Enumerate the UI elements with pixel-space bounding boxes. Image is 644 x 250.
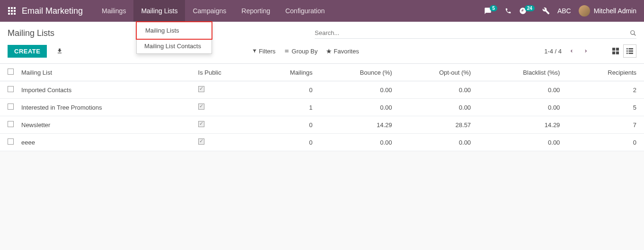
svg-rect-5 — [14, 10, 16, 12]
select-all-checkbox[interactable] — [8, 69, 14, 75]
messaging-icon[interactable]: 5 — [484, 7, 497, 15]
cell-recipients: 7 — [564, 116, 644, 134]
search-box[interactable] — [315, 27, 636, 39]
funnel-icon — [252, 49, 257, 53]
kanban-icon — [612, 48, 619, 54]
navbar: Email Marketing Mailings Mailing Lists C… — [0, 0, 644, 22]
cell-name: Newsletter — [18, 116, 194, 134]
svg-rect-17 — [626, 51, 628, 52]
table-row[interactable]: Newsletter014.2928.5714.297 — [0, 116, 644, 134]
kanban-view-button[interactable] — [609, 44, 622, 58]
nav-item-reporting[interactable]: Reporting — [234, 0, 278, 22]
cell-is-public — [194, 81, 256, 99]
cell-bounce: 0.00 — [316, 134, 396, 151]
search-icon[interactable] — [630, 30, 636, 36]
row-checkbox[interactable] — [8, 138, 14, 145]
search-options: Filters Group By Favorites — [252, 48, 359, 55]
col-blacklist[interactable]: Blacklist (%s) — [475, 64, 564, 81]
groupby-button[interactable]: Group By — [284, 48, 318, 55]
user-name: Mitchell Admin — [594, 7, 636, 15]
svg-rect-7 — [11, 13, 13, 15]
svg-rect-16 — [628, 48, 633, 50]
filters-button[interactable]: Filters — [252, 48, 275, 55]
col-bounce[interactable]: Bounce (%) — [316, 64, 396, 81]
is-public-checkbox — [198, 121, 204, 127]
svg-rect-0 — [8, 7, 10, 9]
cell-bounce: 0.00 — [316, 81, 396, 99]
col-optout[interactable]: Opt-out (%) — [396, 64, 475, 81]
row-checkbox[interactable] — [8, 121, 14, 127]
svg-rect-2 — [14, 7, 16, 9]
cell-name: Imported Contacts — [18, 81, 194, 99]
col-mailing-list[interactable]: Mailing List — [18, 64, 194, 81]
svg-rect-19 — [626, 53, 628, 54]
pager-range[interactable]: 1-4 / 4 — [544, 48, 562, 55]
cell-mailings: 1 — [256, 99, 317, 116]
col-recipients[interactable]: Recipients — [564, 64, 644, 81]
row-checkbox[interactable] — [8, 86, 14, 92]
cell-bounce: 0.00 — [316, 99, 396, 116]
star-icon — [326, 48, 332, 54]
cell-is-public — [194, 134, 256, 151]
dropdown-item-mailing-lists[interactable]: Mailing Lists — [136, 21, 212, 40]
table-row[interactable]: eeee00.000.000.000 — [0, 134, 644, 151]
chevron-left-icon — [569, 48, 574, 54]
svg-rect-3 — [8, 10, 10, 12]
activities-badge: 24 — [525, 5, 535, 11]
svg-point-9 — [631, 30, 635, 34]
cell-is-public — [194, 99, 256, 116]
nav-item-campaigns[interactable]: Campaigns — [185, 0, 234, 22]
is-public-checkbox — [198, 103, 204, 110]
row-checkbox[interactable] — [8, 103, 14, 110]
company-selector[interactable]: ABC — [557, 7, 571, 15]
favorites-button[interactable]: Favorites — [326, 48, 359, 55]
apps-icon[interactable] — [8, 7, 16, 15]
cell-optout: 28.57 — [396, 116, 475, 134]
col-mailings[interactable]: Mailings — [256, 64, 317, 81]
activities-icon[interactable]: 24 — [519, 7, 535, 15]
list-view: Mailing List Is Public Mailings Bounce (… — [0, 64, 644, 151]
cell-name: eeee — [18, 134, 194, 151]
pager-next[interactable] — [582, 47, 590, 55]
control-panel: Mailing Lists CREATE Filters — [0, 22, 644, 64]
table-header-row: Mailing List Is Public Mailings Bounce (… — [0, 64, 644, 81]
table-row[interactable]: Imported Contacts00.000.000.002 — [0, 81, 644, 99]
cell-blacklist: 14.29 — [475, 116, 564, 134]
import-icon[interactable] — [53, 46, 67, 56]
user-menu[interactable]: Mitchell Admin — [579, 5, 636, 17]
pager: 1-4 / 4 — [544, 47, 590, 55]
col-is-public[interactable]: Is Public — [194, 64, 256, 81]
cell-blacklist: 0.00 — [475, 99, 564, 116]
nav-item-configuration[interactable]: Configuration — [278, 0, 332, 22]
svg-rect-6 — [8, 13, 10, 15]
debug-icon[interactable] — [542, 7, 550, 15]
svg-rect-1 — [11, 7, 13, 9]
table-row[interactable]: Interested in Tree Promotions10.000.000.… — [0, 99, 644, 116]
view-switcher — [609, 44, 636, 58]
pager-prev[interactable] — [567, 47, 576, 55]
svg-rect-11 — [612, 48, 615, 51]
cell-blacklist: 0.00 — [475, 134, 564, 151]
is-public-checkbox — [198, 86, 204, 92]
svg-line-10 — [634, 34, 636, 35]
svg-rect-15 — [626, 48, 628, 50]
nav-right: 5 24 ABC Mitchell Admin — [484, 5, 636, 17]
list-icon — [284, 49, 290, 53]
nav-item-mailing-lists[interactable]: Mailing Lists — [133, 0, 185, 22]
app-brand[interactable]: Email Marketing — [22, 6, 83, 16]
search-input[interactable] — [315, 29, 630, 36]
cell-recipients: 0 — [564, 134, 644, 151]
phone-icon[interactable] — [505, 8, 512, 14]
chevron-right-icon — [583, 48, 588, 54]
list-view-button[interactable] — [623, 44, 636, 58]
cell-optout: 0.00 — [396, 134, 475, 151]
cell-recipients: 2 — [564, 81, 644, 99]
cell-recipients: 5 — [564, 99, 644, 116]
svg-rect-14 — [616, 52, 619, 54]
create-button[interactable]: CREATE — [8, 45, 47, 58]
svg-rect-20 — [628, 53, 633, 54]
dropdown-item-contacts[interactable]: Mailing List Contacts — [137, 39, 212, 53]
nav-item-mailings[interactable]: Mailings — [94, 0, 133, 22]
nav-menu: Mailings Mailing Lists Campaigns Reporti… — [94, 0, 332, 22]
cell-optout: 0.00 — [396, 99, 475, 116]
